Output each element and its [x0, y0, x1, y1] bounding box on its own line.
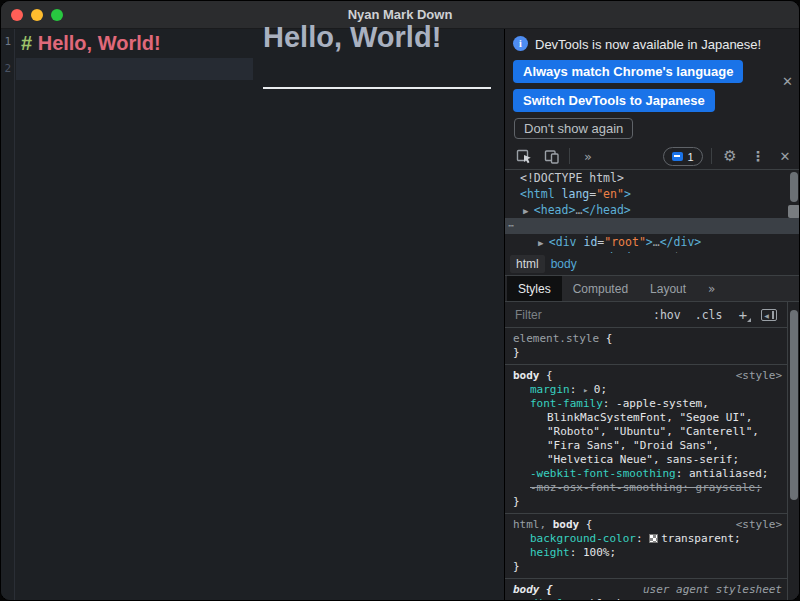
breadcrumb-html[interactable]: html: [510, 255, 545, 273]
dom-node-div-root[interactable]: ▶ <div id="root">…</div>: [505, 234, 800, 250]
kebab-menu-icon[interactable]: ⋮: [751, 143, 765, 169]
app-window: Nyan Mark Down 1 2 # Hello, World! Hello…: [0, 0, 800, 601]
dom-node-html[interactable]: <html lang="en">: [505, 186, 800, 202]
dom-node-body-selected[interactable]: ⋯ ▼ <body> == $0: [505, 218, 800, 234]
user-agent-stylesheet-label: user agent stylesheet: [643, 583, 782, 597]
devtools-toolbar: » 1 ⚙ ⋮ ✕: [505, 143, 800, 170]
breadcrumb: html body: [505, 253, 800, 276]
dont-show-again-button[interactable]: Don't show again: [514, 118, 633, 139]
banner-close-icon[interactable]: ✕: [782, 74, 793, 89]
toggle-hover-state-button[interactable]: :hov: [653, 308, 681, 322]
more-panels-icon[interactable]: »: [579, 143, 597, 169]
settings-gear-icon[interactable]: ⚙: [721, 143, 739, 169]
style-rule-html-body[interactable]: <style> html, body { background-color: t…: [505, 514, 788, 579]
devtools-close-icon[interactable]: ✕: [777, 143, 793, 169]
style-rule-element-style[interactable]: element.style { }: [505, 328, 788, 365]
issue-bubble-icon: [672, 152, 683, 161]
issues-counter[interactable]: 1: [663, 147, 703, 166]
styles-filter-bar: :hov .cls +: [505, 302, 800, 328]
device-toolbar-icon[interactable]: [543, 143, 561, 169]
elements-scrollbar-thumb[interactable]: [790, 172, 798, 202]
preview-heading: Hello, World!: [263, 21, 441, 54]
inspect-element-icon[interactable]: [515, 143, 533, 169]
markdown-editor[interactable]: 1 2 # Hello, World!: [1, 29, 253, 600]
preview-divider: [263, 87, 491, 89]
banner-message: DevTools is now available in Japanese!: [535, 37, 761, 52]
breadcrumb-body[interactable]: body: [545, 255, 583, 273]
sidebar-tabs: Styles Computed Layout »: [505, 276, 800, 302]
more-tabs-icon[interactable]: »: [697, 276, 726, 301]
line-number-2: 2: [1, 62, 11, 75]
dom-node-doctype[interactable]: <!DOCTYPE html>: [505, 170, 800, 186]
switch-japanese-button[interactable]: Switch DevTools to Japanese: [513, 89, 715, 112]
style-rule-body[interactable]: <style> body { margin: ▸ 0; font-family:…: [505, 365, 788, 514]
editor-gutter: 1 2: [1, 29, 15, 600]
node-overflow-dots: ⋯: [508, 218, 514, 234]
styles-scrollbar-track[interactable]: [787, 302, 800, 600]
markdown-preview: Hello, World!: [253, 29, 504, 600]
tab-computed[interactable]: Computed: [562, 276, 639, 301]
styles-scrollbar-thumb[interactable]: [790, 310, 798, 500]
info-icon: i: [513, 36, 528, 51]
devtools-panel: i DevTools is now available in Japanese!…: [504, 29, 800, 600]
toolbar-divider: [711, 148, 712, 164]
issues-count: 1: [687, 151, 693, 163]
tab-styles[interactable]: Styles: [507, 276, 562, 301]
filter-input[interactable]: [513, 307, 631, 323]
new-style-rule-button[interactable]: +: [738, 307, 747, 322]
line-number-1: 1: [1, 35, 11, 48]
editor-active-line-highlight: [16, 58, 253, 80]
elements-scrollbar-corner: [788, 205, 800, 218]
stylesheet-link[interactable]: <style>: [736, 518, 782, 532]
styles-pane: element.style { } <style> body { margin:…: [505, 328, 788, 600]
stylesheet-link[interactable]: <style>: [736, 369, 782, 383]
window-title: Nyan Mark Down: [1, 7, 799, 22]
style-rule-user-agent[interactable]: user agent stylesheet body { display: bl…: [505, 579, 788, 600]
toolbar-divider: [569, 148, 570, 164]
main-content: 1 2 # Hello, World! Hello, World! i DevT…: [1, 29, 799, 600]
toggle-sidebar-icon[interactable]: [761, 309, 777, 321]
toggle-class-button[interactable]: .cls: [695, 308, 723, 322]
dom-node-head[interactable]: ▶ <head>…</head>: [505, 202, 800, 218]
match-language-button[interactable]: Always match Chrome's language: [513, 60, 743, 83]
editor-line-heading[interactable]: # Hello, World!: [21, 32, 161, 55]
tab-layout[interactable]: Layout: [639, 276, 697, 301]
elements-tree: <!DOCTYPE html> <html lang="en"> ▶ <head…: [505, 170, 800, 253]
